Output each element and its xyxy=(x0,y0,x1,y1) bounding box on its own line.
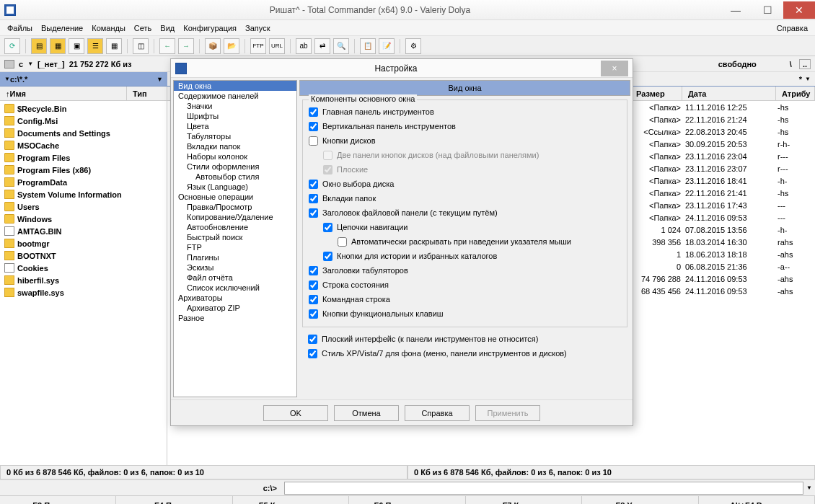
file-row[interactable]: bootmgr xyxy=(0,237,167,249)
fkey-button[interactable]: F5 Копирование xyxy=(233,496,349,504)
url-icon[interactable]: URL xyxy=(269,38,285,54)
tree-item[interactable]: Автообновление xyxy=(174,222,296,232)
maximize-button[interactable]: ☐ xyxy=(752,1,783,19)
file-row[interactable]: Cookies xyxy=(0,262,167,274)
tree-item[interactable]: Наборы колонок xyxy=(174,151,296,162)
tree-item[interactable]: Архиваторы xyxy=(174,293,296,303)
menu-commands[interactable]: Команды xyxy=(92,24,125,32)
file-row[interactable]: Program Files xyxy=(0,151,167,164)
pack-icon[interactable]: 📦 xyxy=(205,38,221,54)
fkey-button[interactable]: F3 Просмотр xyxy=(0,496,116,504)
updir-button[interactable]: .. xyxy=(799,59,811,69)
col-date[interactable]: Дата xyxy=(682,87,776,100)
file-row[interactable]: AMTAG.BIN xyxy=(0,225,167,237)
tree-item[interactable]: Шрифты xyxy=(174,111,296,121)
opt-fkeys[interactable]: Кнопки функциональных клавиш xyxy=(309,306,621,321)
view-thumb-icon[interactable]: ▣ xyxy=(69,38,84,54)
tree-item[interactable]: Значки xyxy=(174,101,296,111)
back-icon[interactable]: ← xyxy=(159,38,175,54)
tree-item[interactable]: Разное xyxy=(174,313,296,323)
ok-button[interactable]: OK xyxy=(263,405,328,421)
cancel-button[interactable]: Отмена xyxy=(334,405,399,421)
cmd-input[interactable] xyxy=(284,482,803,495)
opt-auto-expand[interactable]: Автоматически раскрывать при наведении у… xyxy=(309,234,621,249)
fkey-button[interactable]: Alt+F4 Выход xyxy=(699,496,815,504)
unpack-icon[interactable]: 📂 xyxy=(224,38,239,54)
forward-icon[interactable]: → xyxy=(178,38,194,54)
opt-folder-tabs[interactable]: Вкладки папок xyxy=(309,191,621,205)
menu-help[interactable]: Справка xyxy=(777,24,808,32)
tree-item[interactable]: Архиватор ZIP xyxy=(174,303,296,313)
settings-tree[interactable]: Вид окнаСодержимое панелейЗначкиШрифтыЦв… xyxy=(173,80,297,397)
drive-icon[interactable] xyxy=(4,60,14,68)
help-button[interactable]: Справка xyxy=(405,405,470,421)
tree-item[interactable]: FTP xyxy=(174,242,296,252)
menu-select[interactable]: Выделение xyxy=(41,24,83,32)
copy-names-icon[interactable]: 📋 xyxy=(360,38,376,54)
fkey-button[interactable]: F4 Правка xyxy=(116,496,232,504)
drive-letter[interactable]: c xyxy=(19,60,23,68)
dialog-close-button[interactable]: × xyxy=(601,61,628,76)
fkey-button[interactable]: F7 Каталог xyxy=(466,496,582,504)
view-all-icon[interactable]: ▦ xyxy=(106,38,122,54)
file-row[interactable]: swapfile.sys xyxy=(0,286,167,299)
menu-files[interactable]: Файлы xyxy=(7,24,32,32)
refresh-icon[interactable]: ⟳ xyxy=(4,38,20,54)
apply-button[interactable]: Применить xyxy=(475,405,540,421)
opt-status[interactable]: Строка состояния xyxy=(309,278,621,292)
file-row[interactable]: MSOCache xyxy=(0,139,167,151)
tree-item[interactable]: Плагины xyxy=(174,252,296,262)
file-row[interactable]: Documents and Settings xyxy=(0,127,167,139)
ftp-icon[interactable]: FTP xyxy=(250,38,266,54)
file-row[interactable]: hiberfil.sys xyxy=(0,274,167,286)
menu-view[interactable]: Вид xyxy=(160,24,175,32)
col-size[interactable]: Размер xyxy=(630,87,682,100)
left-path[interactable]: ▼ c:\*.* ▼ xyxy=(0,72,167,87)
tree-item[interactable]: Файл отчёта xyxy=(174,273,296,283)
tree-item[interactable]: Правка/Просмотр xyxy=(174,202,296,212)
opt-breadcrumb[interactable]: Цепочки навигации xyxy=(309,220,621,234)
menu-start[interactable]: Запуск xyxy=(245,24,270,32)
file-row[interactable]: $Recycle.Bin xyxy=(0,102,167,115)
opt-vert-toolbar[interactable]: Вертикальная панель инструментов xyxy=(309,119,621,133)
view-brief-icon[interactable]: ▤ xyxy=(31,38,47,54)
tree-item[interactable]: Список исключений xyxy=(174,283,296,293)
view-tree-icon[interactable]: ☰ xyxy=(87,38,103,54)
view-full-icon[interactable]: ▦ xyxy=(50,38,66,54)
tree-item[interactable]: Табуляторы xyxy=(174,131,296,141)
tree-item[interactable]: Вид окна xyxy=(174,81,296,91)
tree-item[interactable]: Цвета xyxy=(174,121,296,131)
right-slash[interactable]: \ xyxy=(790,60,792,68)
opt-history-buttons[interactable]: Кнопки для истории и избранных каталогов xyxy=(309,249,621,263)
opt-cmdline[interactable]: Командная строка xyxy=(309,292,621,306)
notepad-icon[interactable]: 📝 xyxy=(379,38,395,54)
col-name[interactable]: ↑Имя xyxy=(0,87,127,100)
tree-item[interactable]: Содержимое панелей xyxy=(174,91,296,101)
opt-tab-headers[interactable]: Заголовки табуляторов xyxy=(309,263,621,278)
opt-drive-combo[interactable]: Окно выбора диска xyxy=(309,177,621,191)
file-row[interactable]: Config.Msi xyxy=(0,115,167,127)
menu-config[interactable]: Конфигурация xyxy=(183,24,237,32)
tree-item[interactable]: Автовыбор стиля xyxy=(174,172,296,182)
fkey-button[interactable]: F8 Удаление xyxy=(582,496,698,504)
menu-net[interactable]: Сеть xyxy=(134,24,151,32)
fkey-button[interactable]: F6 Перемещение xyxy=(349,496,465,504)
search-icon[interactable]: 🔍 xyxy=(333,38,349,54)
control-panel-icon[interactable]: ⚙ xyxy=(405,38,421,54)
multirename-icon[interactable]: ab xyxy=(296,38,312,54)
close-button[interactable]: ✕ xyxy=(783,1,815,19)
col-attr[interactable]: Атрибу xyxy=(776,87,815,100)
tree-item[interactable]: Стили оформления xyxy=(174,162,296,172)
left-file-list[interactable]: $Recycle.BinConfig.MsiDocuments and Sett… xyxy=(0,101,167,465)
col-ext[interactable]: Тип xyxy=(127,87,167,100)
minimize-button[interactable]: — xyxy=(720,1,752,19)
sync-icon[interactable]: ⇄ xyxy=(314,38,330,54)
file-row[interactable]: Users xyxy=(0,200,167,213)
tree-item[interactable]: Основные операции xyxy=(174,192,296,202)
invert-icon[interactable]: ◫ xyxy=(133,38,149,54)
opt-main-toolbar[interactable]: Главная панель инструментов xyxy=(309,105,621,119)
tree-item[interactable]: Вкладки папок xyxy=(174,141,296,151)
tree-item[interactable]: Копирование/Удаление xyxy=(174,212,296,222)
opt-flat-ui[interactable]: Плоский интерфейс (к панели инструментов… xyxy=(308,332,622,346)
opt-panel-header[interactable]: Заголовок файловой панели (с текущим пут… xyxy=(309,205,621,220)
